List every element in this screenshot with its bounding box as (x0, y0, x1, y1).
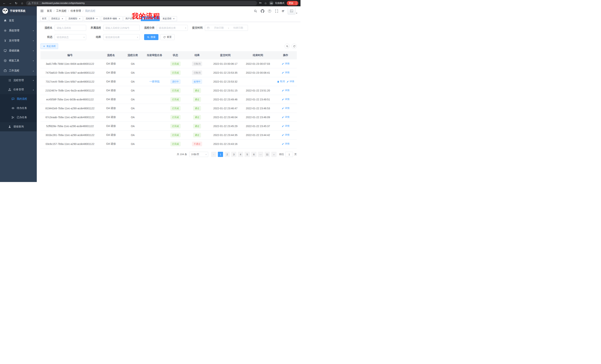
font-size-icon[interactable]: tT (282, 10, 284, 13)
sidebar-item-home[interactable]: 首页 (0, 16, 37, 26)
sidebar-item-workflow[interactable]: 工作流程 ▴ (0, 66, 37, 76)
avatar (288, 7, 295, 14)
close-icon[interactable]: × (118, 18, 121, 20)
detail-link[interactable]: 详情 (282, 98, 289, 101)
detail-link[interactable]: 详情 (282, 125, 289, 128)
tab-home[interactable]: 首页 (40, 16, 48, 21)
forward-icon[interactable]: → (8, 1, 12, 5)
breadcrumb-home[interactable]: 首页 (47, 9, 52, 13)
fullscreen-icon[interactable] (275, 9, 278, 13)
close-icon[interactable]: × (155, 18, 158, 20)
close-icon[interactable]: × (172, 18, 175, 20)
hamburger-icon[interactable] (40, 9, 44, 13)
not-secure-indicator[interactable]: 不安全 (28, 2, 39, 5)
sidebar-item-task-mgmt[interactable]: 任务管理 ▴ (0, 85, 37, 94)
detail-link[interactable]: 详情 (282, 133, 289, 136)
sidebar-item-payment[interactable]: 支付管理 ▾ (0, 36, 37, 46)
more-pages-button[interactable]: ··· (258, 152, 263, 157)
tab-process-form-edit[interactable]: 流程表单-编辑× (101, 16, 123, 21)
sidebar-item-leave-query[interactable]: 请假查询 (0, 122, 37, 131)
breadcrumb-separator: / (68, 10, 69, 12)
tab-user-group[interactable]: 用户分组× (123, 16, 140, 21)
goto-label: 前往 (279, 153, 284, 156)
close-icon[interactable]: × (96, 18, 98, 20)
browser-menu-icon[interactable] (295, 2, 297, 4)
process-table: 编号 流程名 流程分类 当前审批任务 状态 结果 提交时间 结束时间 操作 3a… (40, 51, 297, 148)
close-icon[interactable]: × (78, 18, 81, 20)
close-icon[interactable]: × (135, 18, 138, 20)
bookmark-star-icon[interactable]: ☆ (264, 1, 267, 5)
sidebar-item-todo-tasks[interactable]: 待办任务 (0, 104, 37, 113)
edit-icon (282, 125, 284, 127)
detail-link[interactable]: 详情 (282, 107, 289, 110)
app-logo[interactable]: 芋道管理系统 (0, 6, 37, 16)
back-icon[interactable]: ← (2, 1, 6, 5)
toggle-search-button[interactable] (285, 44, 290, 49)
create-process-button[interactable]: 发起流程 (40, 43, 58, 49)
home-icon[interactable]: ⌂ (20, 1, 24, 5)
password-key-icon[interactable] (259, 1, 262, 5)
chevron-down-icon: ▾ (296, 12, 297, 14)
status-select[interactable] (55, 34, 86, 40)
result-select[interactable] (103, 34, 140, 40)
search-icon[interactable] (254, 9, 257, 13)
filter-row-2: 状态 ▾ 结果 ▾ (40, 34, 297, 40)
sidebar-item-system[interactable]: 系统管理 ▾ (0, 26, 37, 36)
refresh-icon (163, 36, 166, 38)
detail-link[interactable]: 详情 (282, 115, 289, 119)
detail-link[interactable]: 详情 (282, 89, 289, 92)
current-task-link[interactable]: 一级审批 (149, 80, 160, 83)
reload-icon[interactable]: ↻ (14, 1, 18, 5)
start-date-placeholder: 开始日期 (211, 26, 226, 29)
category-select[interactable] (157, 25, 188, 31)
goto-page-input[interactable] (285, 152, 293, 157)
page-button[interactable]: 11 (265, 152, 270, 157)
user-menu[interactable]: ▾ (288, 7, 297, 14)
sidebar-item-done-tasks[interactable]: 已办任务 (0, 113, 37, 122)
submit-time-range-picker[interactable]: 开始日期 - 结束日期 (205, 25, 248, 31)
cell-process-id: 52ffd28e-7b9a-11ec-a290-acde48001122 (40, 122, 99, 130)
page-button[interactable]: 2 (225, 152, 230, 157)
page-button[interactable]: 1 (218, 152, 223, 157)
detail-link[interactable]: 详情 (282, 142, 289, 145)
breadcrumb-workflow[interactable]: 工作流程 (56, 9, 67, 13)
process-name-input[interactable] (55, 25, 86, 31)
page-size-select[interactable]: 10条/页 ▾ (189, 152, 208, 157)
cell-process-id: 7470a810-7b9b-11ec-b5b7-acde48001122 (40, 68, 99, 77)
breadcrumb-task-mgmt[interactable]: 任务管理 (70, 9, 81, 13)
page-button[interactable]: 4 (238, 152, 243, 157)
page-button[interactable]: 3 (231, 152, 236, 157)
address-bar[interactable]: 不安全 dashboard.yudao.iocoder.cn/bpm/task/… (26, 1, 257, 5)
reset-button[interactable]: 重置 (160, 34, 175, 40)
tab-my-process[interactable]: 我的流程× (141, 16, 160, 21)
tab-start-process[interactable]: 发起流程× (161, 16, 177, 21)
cancel-link[interactable]: 取消 (277, 80, 285, 83)
sidebar-item-devtools[interactable]: 研发工具 ▾ (0, 56, 37, 66)
yen-icon (4, 39, 7, 42)
process-def-input[interactable] (103, 25, 140, 31)
list-icon (8, 79, 11, 82)
github-icon[interactable] (261, 9, 264, 13)
table-row: 67c2eaab-7b9a-11ec-a290-acde48001122 OA … (40, 113, 297, 122)
sidebar-item-infra[interactable]: 基础设施 ▾ (0, 46, 37, 56)
close-icon[interactable]: × (61, 18, 64, 20)
search-button[interactable]: 搜索 (144, 34, 159, 40)
tab-process-form[interactable]: 流程表单× (84, 16, 100, 21)
prev-page-button[interactable]: ‹ (211, 152, 216, 157)
refresh-button[interactable] (291, 44, 297, 49)
page-button[interactable]: 5 (245, 152, 250, 157)
sidebar-item-process-mgmt[interactable]: 流程管理 ▾ (0, 76, 37, 85)
tab-process-model[interactable]: 流程模型× (67, 16, 83, 21)
sidebar-item-my-process[interactable]: 我的流程 (0, 94, 37, 104)
detail-link[interactable]: 详情 (282, 62, 289, 65)
next-page-button[interactable]: › (271, 152, 277, 157)
update-chip[interactable]: 更新 (287, 1, 298, 5)
status-badge: 已完成 (170, 62, 180, 66)
detail-link[interactable]: 详情 (282, 71, 289, 74)
tab-process-definition[interactable]: 流程定义× (49, 16, 66, 21)
omnibox-divider (40, 2, 40, 4)
page-button[interactable]: 6 (251, 152, 257, 157)
scissors-icon (11, 116, 14, 119)
help-icon[interactable]: ? (268, 9, 271, 13)
detail-link[interactable]: 详情 (287, 80, 294, 83)
